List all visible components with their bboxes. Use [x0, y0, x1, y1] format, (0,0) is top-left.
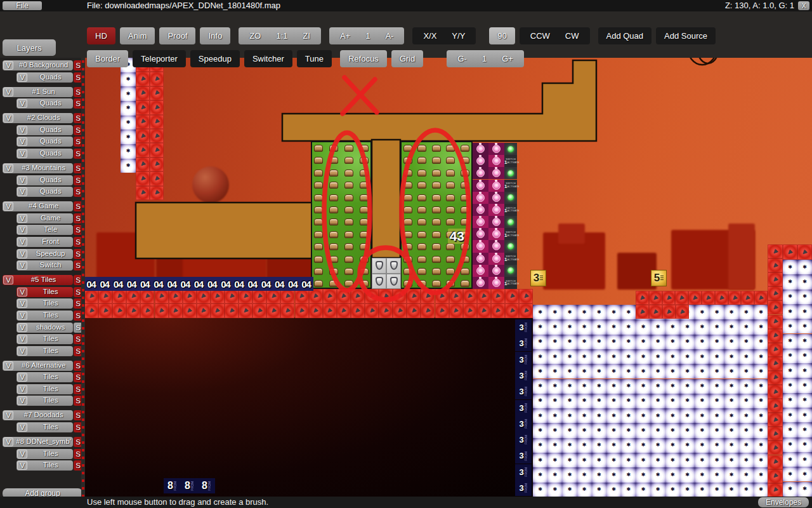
toolbar-button-hd[interactable]: HD — [87, 27, 115, 44]
layer-name-pill[interactable]: V#5 Tiles — [3, 275, 73, 285]
visibility-toggle[interactable]: V — [3, 202, 13, 211]
layer-name-pill[interactable]: VTiles — [16, 372, 73, 382]
visibility-toggle[interactable]: V — [17, 461, 27, 470]
layer-group-row[interactable]: V#0 BackgroundS — [3, 60, 82, 70]
visibility-toggle[interactable]: V — [17, 225, 27, 234]
layer-row[interactable]: VTilesS — [16, 384, 82, 394]
visibility-toggle[interactable]: V — [17, 187, 27, 196]
layer-name-pill[interactable]: VTiles — [16, 287, 73, 297]
toolbar-button-border[interactable]: Border — [87, 50, 128, 67]
toolbar-button-ccw[interactable]: CCW — [523, 31, 558, 41]
visibility-toggle[interactable]: V — [17, 396, 27, 405]
toolbar-button-zi[interactable]: ZI — [295, 31, 318, 41]
layer-name-pill[interactable]: VQuads — [16, 98, 73, 109]
toolbar-button-info[interactable]: Info — [200, 27, 230, 44]
visibility-toggle[interactable]: V — [17, 99, 27, 108]
toolbar-button-g+[interactable]: G+ — [494, 54, 521, 64]
layers-button[interactable]: Layers — [3, 39, 56, 56]
layer-name-pill[interactable]: Vshadows — [16, 323, 73, 333]
layer-row[interactable]: VTilesS — [16, 287, 82, 297]
layer-name-pill[interactable]: V#2 Clouds — [3, 113, 73, 123]
layer-group-row[interactable]: V#1 SunS — [3, 87, 82, 97]
layer-name-pill[interactable]: VQuads — [16, 137, 73, 147]
layer-name-pill[interactable]: V#8 DDNet_symb' — [3, 437, 73, 447]
layer-row[interactable]: VSwitchS — [16, 260, 82, 271]
layer-name-pill[interactable]: V#6 Alternative — [3, 361, 73, 371]
visibility-toggle[interactable]: V — [17, 149, 27, 158]
visibility-toggle[interactable]: V — [17, 237, 27, 246]
layer-name-pill[interactable]: V#1 Sun — [3, 87, 73, 97]
layer-name-pill[interactable]: VTiles — [16, 449, 73, 459]
toolbar-button-1[interactable]: 1 — [358, 31, 377, 41]
layer-name-pill[interactable]: VQuads — [16, 72, 73, 83]
visibility-toggle[interactable]: V — [17, 450, 27, 458]
visibility-toggle[interactable]: V — [17, 423, 27, 432]
close-icon[interactable]: X — [798, 1, 809, 10]
toolbar-button-zo[interactable]: ZO — [242, 31, 268, 41]
layer-name-pill[interactable]: VQuads — [16, 125, 73, 135]
layer-row[interactable]: VTeleS — [16, 225, 82, 235]
layer-name-pill[interactable]: VTiles — [16, 396, 73, 406]
layer-row[interactable]: VTilesS — [16, 311, 82, 321]
layer-name-pill[interactable]: VSpeedup — [16, 249, 73, 259]
visibility-toggle[interactable]: V — [17, 299, 27, 308]
layer-row[interactable]: VFrontS — [16, 237, 82, 247]
toolbar-button-grid[interactable]: Grid — [391, 50, 424, 67]
toolbar-button-refocus[interactable]: Refocus — [340, 50, 387, 67]
layer-name-pill[interactable]: V#3 Mountains — [3, 163, 73, 173]
visibility-toggle[interactable]: V — [17, 261, 27, 270]
toolbar-button-g-[interactable]: G- — [450, 54, 474, 64]
layer-row[interactable]: VTilesS — [16, 449, 82, 459]
visibility-toggle[interactable]: V — [17, 250, 27, 258]
visibility-toggle[interactable]: V — [3, 164, 13, 173]
visibility-toggle[interactable]: V — [17, 335, 27, 344]
visibility-toggle[interactable]: V — [17, 385, 27, 394]
envelopes-button[interactable]: Envelopes — [758, 497, 809, 507]
visibility-toggle[interactable]: V — [3, 276, 13, 284]
layer-row[interactable]: VQuadsS — [16, 72, 82, 83]
toolbar-button-a+[interactable]: A+ — [332, 31, 358, 41]
layer-group-row[interactable]: V#4 GameS — [3, 201, 82, 211]
layer-row[interactable]: VQuadsS — [16, 125, 82, 135]
toolbar-button-speedup[interactable]: Speedup — [190, 50, 240, 67]
visibility-toggle[interactable]: V — [17, 137, 27, 146]
visibility-toggle[interactable]: V — [17, 214, 27, 223]
toolbar-button-teleporter[interactable]: Teleporter — [133, 50, 186, 67]
layer-row[interactable]: VGameS — [16, 213, 82, 224]
layer-name-pill[interactable]: VTele — [16, 225, 73, 235]
layer-name-pill[interactable]: VTiles — [16, 460, 73, 471]
layer-name-pill[interactable]: VTiles — [16, 334, 73, 344]
layer-name-pill[interactable]: VTiles — [16, 346, 73, 356]
layer-name-pill[interactable]: VTiles — [16, 422, 73, 432]
layer-group-row[interactable]: V#2 CloudsS — [3, 113, 82, 123]
layer-row[interactable]: VQuadsS — [16, 187, 82, 197]
visibility-toggle[interactable]: V — [3, 114, 13, 123]
toolbar-button-add-source[interactable]: Add Source — [656, 27, 716, 44]
toolbar-button-y-y[interactable]: Y/Y — [444, 31, 473, 41]
layer-name-pill[interactable]: VTiles — [16, 298, 73, 309]
layer-row[interactable]: VQuadsS — [16, 175, 82, 185]
layer-row[interactable]: VSpeedupS — [16, 249, 82, 259]
layer-name-pill[interactable]: VTiles — [16, 311, 73, 321]
layer-group-row[interactable]: V#6 AlternativeS — [3, 361, 82, 371]
layer-name-pill[interactable]: VGame — [16, 213, 73, 224]
toolbar-button-switcher[interactable]: Switcher — [244, 50, 292, 67]
layer-row[interactable]: VQuadsS — [16, 98, 82, 109]
layer-row[interactable]: VTilesS — [16, 422, 82, 432]
toolbar-button-1-1[interactable]: 1:1 — [268, 31, 295, 41]
visibility-toggle[interactable]: V — [3, 361, 13, 370]
visibility-toggle[interactable]: V — [17, 323, 27, 332]
layer-row[interactable]: VTilesS — [16, 396, 82, 406]
visibility-toggle[interactable]: V — [17, 347, 27, 356]
visibility-toggle[interactable]: V — [17, 126, 27, 135]
layer-name-pill[interactable]: V#0 Background — [3, 60, 73, 70]
layer-row[interactable]: VTilesS — [16, 334, 82, 344]
layer-name-pill[interactable]: VSwitch — [16, 260, 73, 271]
layer-name-pill[interactable]: V#4 Game — [3, 201, 73, 211]
visibility-toggle[interactable]: V — [17, 311, 27, 320]
toolbar-button-90[interactable]: 90 — [489, 27, 514, 44]
layer-name-pill[interactable]: V#7 Doodads — [3, 410, 73, 420]
layer-group-row[interactable]: V#7 DoodadsS — [3, 410, 82, 420]
toolbar-button-a-[interactable]: A- — [377, 31, 401, 41]
layer-row[interactable]: VQuadsS — [16, 137, 82, 147]
